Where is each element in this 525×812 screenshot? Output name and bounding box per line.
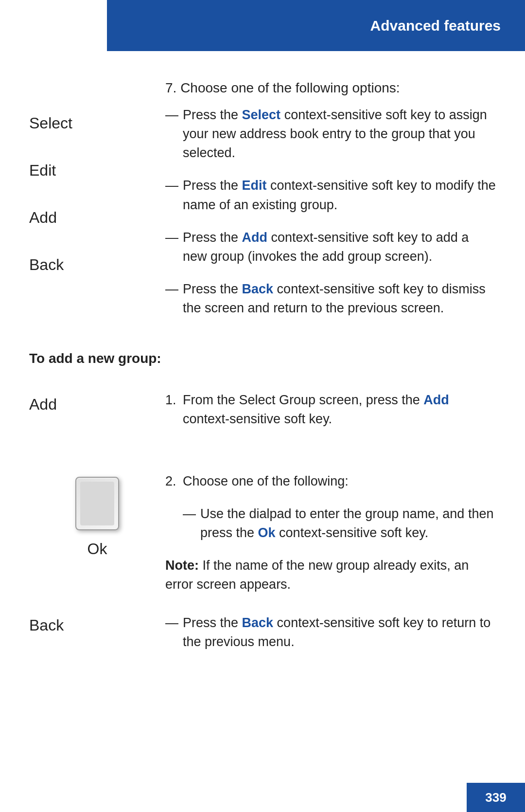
text-select: Press the Select context-sensitive soft … — [183, 106, 496, 162]
phone-icon — [75, 477, 119, 530]
back-row: Back — Press the Back context-sensitive … — [29, 614, 496, 665]
text-add: Press the Add context-sensitive soft key… — [183, 228, 496, 266]
main-content: Select Edit Add Back 7. Choose one of th… — [0, 51, 525, 783]
step1-label-col: Add — [29, 391, 165, 442]
header-bar: Advanced features — [107, 0, 525, 51]
step2-bullet: — Use the dialpad to enter the group nam… — [183, 505, 496, 542]
page-number: 339 — [485, 790, 506, 805]
step2-content: 2. Choose one of the following: — Use th… — [165, 472, 496, 595]
footer: 339 — [467, 783, 525, 812]
bullet-select: — Press the Select context-sensitive sof… — [165, 106, 496, 162]
step7-labels: Select Edit Add Back — [29, 80, 165, 331]
page-title: Advanced features — [370, 18, 501, 34]
step7-content: 7. Choose one of the following options: … — [165, 80, 496, 331]
key-edit: Edit — [29, 162, 165, 180]
step1-description: From the Select Group screen, press the … — [183, 391, 496, 429]
step2-dash: — — [183, 505, 200, 542]
key-add: Add — [29, 209, 165, 227]
step2-bullet-text: Use the dialpad to enter the group name,… — [200, 505, 496, 542]
step7-bullets: — Press the Select context-sensitive sof… — [165, 106, 496, 318]
dash-2: — — [165, 176, 183, 214]
bullet-edit: — Press the Edit context-sensitive soft … — [165, 176, 496, 214]
dash-4: — — [165, 280, 183, 318]
section-heading: To add a new group: — [29, 351, 496, 366]
back-content: — Press the Back context-sensitive soft … — [165, 614, 496, 665]
step1-row: Add 1. From the Select Group screen, pre… — [29, 391, 496, 442]
step2-intro: 2. Choose one of the following: — [165, 472, 496, 491]
bullet-back: — Press the Back context-sensitive soft … — [165, 280, 496, 318]
step2-intro-text: Choose one of the following: — [183, 472, 496, 491]
back-description: Press the Back context-sensitive soft ke… — [183, 614, 496, 651]
step2-label-col: Ok — [29, 472, 165, 595]
bullet-add: — Press the Add context-sensitive soft k… — [165, 228, 496, 266]
key-ok: Ok — [88, 540, 107, 558]
step7-intro: 7. Choose one of the following options: — [165, 80, 496, 96]
back-label-col: Back — [29, 614, 165, 665]
step2-bullets: — Use the dialpad to enter the group nam… — [183, 505, 496, 542]
step7-section: Select Edit Add Back 7. Choose one of th… — [29, 80, 496, 331]
dash-3: — — [165, 228, 183, 266]
text-back: Press the Back context-sensitive soft ke… — [183, 280, 496, 318]
key-select: Select — [29, 114, 165, 132]
step1-number: 1. — [165, 391, 183, 429]
back-text: — Press the Back context-sensitive soft … — [165, 614, 496, 651]
key-back: Back — [29, 256, 165, 274]
key-back-final: Back — [29, 616, 64, 634]
key-add-step1: Add — [29, 396, 57, 413]
text-edit: Press the Edit context-sensitive soft ke… — [183, 176, 496, 214]
step2-note: Note: If the name of the new group alrea… — [165, 556, 496, 594]
step2-row: Ok 2. Choose one of the following: — Use… — [29, 472, 496, 595]
back-dash: — — [165, 614, 183, 651]
step1-content: 1. From the Select Group screen, press t… — [165, 391, 496, 442]
step2-number: 2. — [165, 472, 183, 491]
dash-1: — — [165, 106, 183, 162]
step1-text: 1. From the Select Group screen, press t… — [165, 391, 496, 429]
